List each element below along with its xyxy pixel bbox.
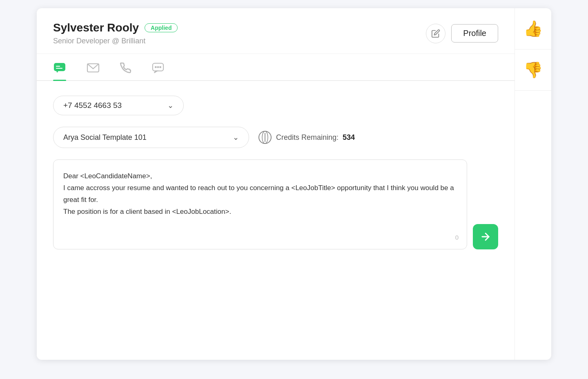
template-row: Arya Social Template 101 ⌄ Credits Remai… (53, 127, 498, 148)
credits-count: 534 (343, 133, 355, 142)
candidate-title: Senior Developer @ Brilliant (53, 37, 178, 45)
tab-email[interactable] (87, 55, 100, 79)
svg-point-8 (158, 67, 159, 68)
sms-icon (152, 62, 164, 74)
svg-point-9 (160, 67, 161, 68)
thumbs-up-action[interactable]: 👍 (515, 8, 551, 49)
header-left: Sylvester Rooly Applied Senior Developer… (53, 21, 178, 45)
credits-info: Credits Remaining: 534 (258, 130, 355, 144)
right-sidebar: 👍 👎 (514, 8, 551, 360)
header-actions: Profile (426, 24, 498, 43)
send-button[interactable] (473, 224, 498, 249)
tab-phone[interactable] (120, 55, 131, 79)
candidate-name: Sylvester Rooly (53, 21, 139, 34)
phone-chevron-icon: ⌄ (167, 101, 174, 110)
candidate-name-row: Sylvester Rooly Applied (53, 21, 178, 34)
phone-value: +7 4552 4663 53 (63, 101, 122, 110)
body-content: +7 4552 4663 53 ⌄ Arya Social Template 1… (37, 81, 514, 360)
send-arrow-icon (480, 231, 491, 242)
header: Sylvester Rooly Applied Senior Developer… (37, 8, 514, 54)
main-content: Sylvester Rooly Applied Senior Developer… (37, 8, 514, 360)
tab-bar (37, 54, 514, 81)
arya-icon (258, 130, 272, 144)
phone-selector[interactable]: +7 4552 4663 53 ⌄ (53, 96, 184, 115)
svg-rect-0 (54, 63, 65, 71)
credits-label: Credits Remaining: (276, 133, 339, 142)
email-icon (87, 62, 100, 74)
profile-button[interactable]: Profile (451, 24, 498, 43)
tab-chat[interactable] (53, 54, 66, 80)
thumbs-up-icon: 👍 (523, 20, 543, 38)
edit-icon (431, 29, 440, 38)
template-chevron-icon: ⌄ (233, 133, 239, 142)
svg-point-7 (155, 67, 156, 68)
main-card: Sylvester Rooly Applied Senior Developer… (37, 8, 551, 360)
message-area-wrap: Dear <LeoCandidateName>, I came accross … (53, 159, 498, 249)
message-text: Dear <LeoCandidateName>, I came accross … (63, 170, 457, 218)
phone-icon (120, 62, 131, 74)
applied-badge: Applied (145, 23, 178, 32)
template-value: Arya Social Template 101 (63, 133, 147, 142)
thumbs-down-action[interactable]: 👎 (515, 49, 551, 91)
edit-icon-button[interactable] (426, 24, 445, 43)
chat-icon (53, 61, 66, 74)
message-box[interactable]: Dear <LeoCandidateName>, I came accross … (53, 159, 467, 249)
template-selector[interactable]: Arya Social Template 101 ⌄ (53, 127, 249, 148)
char-counter: 0 (455, 232, 459, 243)
thumbs-down-icon: 👎 (523, 61, 543, 79)
tab-sms[interactable] (152, 54, 164, 80)
